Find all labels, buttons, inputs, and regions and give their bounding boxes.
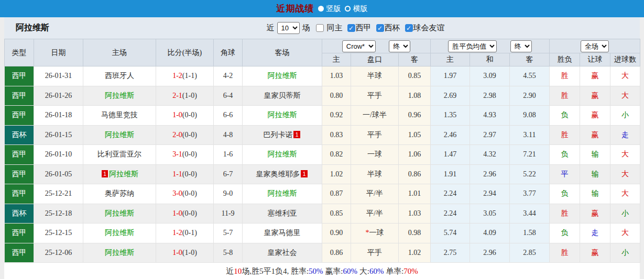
handicap-line: 平手 (351, 125, 399, 145)
away-team-cell: 阿拉维斯 (243, 106, 322, 126)
col-header-score: 比分(半场) (156, 39, 214, 66)
odds-time-select[interactable]: 终 (389, 40, 410, 52)
league-type-badge: 西甲 (5, 145, 34, 165)
result-goals: 大 (610, 145, 640, 165)
halftime-score: (0-1) (182, 229, 197, 237)
radio-unselected-icon[interactable] (345, 6, 351, 12)
result-outcome: 负 (550, 106, 580, 126)
home-team-name: 阿拉维斯 (105, 229, 134, 237)
checkbox-league[interactable]: ✓西甲 (347, 23, 372, 33)
avg-odds-draw: 2.96 (470, 243, 510, 263)
away-team-name: 阿拉维斯 (268, 111, 297, 119)
subcol-avg-away: 客 (510, 53, 550, 66)
result-handicap: 输 (580, 184, 610, 204)
avg-odds-away: 3.11 (510, 125, 550, 145)
league-type-badge: 西甲 (5, 106, 34, 126)
filter-controls: 近 10 场 同主✓西甲✓西杯✓球会友谊 (267, 22, 445, 34)
bookmaker-select[interactable]: Crow* (342, 40, 376, 52)
checkbox-checked-icon[interactable]: ✓ (405, 24, 413, 32)
handicap-line: 半球 (351, 164, 399, 184)
avg-odds-away: 9.08 (510, 106, 550, 126)
checkbox-same-home[interactable]: 同主 (316, 23, 343, 33)
handicap-odds-away: 1.05 (399, 125, 431, 145)
avg-odds-away: 5.22 (510, 164, 550, 184)
result-goals: 走 (610, 125, 640, 145)
result-handicap: 赢 (580, 243, 610, 263)
handicap-odds-home: 0.86 (322, 243, 351, 263)
summary-segment: 大: (357, 266, 369, 276)
home-team-cell: 奥萨苏纳 (83, 184, 156, 204)
avg-odds-draw: 2.98 (470, 86, 510, 106)
handicap-text: 平手 (367, 92, 382, 99)
match-date: 25-12-15 (34, 224, 83, 243)
corner-score: 11-9 (214, 204, 243, 224)
handicap-odds-home: 0.90 (322, 224, 351, 243)
away-team-name: 阿拉维斯 (268, 72, 297, 80)
handicap-odds-away: 0.85 (399, 66, 431, 86)
checkbox-checked-icon[interactable]: ✓ (347, 24, 355, 32)
corner-score: 9-0 (214, 184, 243, 204)
results-table: 类型 日期 主场 比分(半场) 角球 客场 Crow* 终 胜平负均值 终 全场 (4, 39, 640, 263)
handicap-line: 一/球半 (351, 106, 399, 126)
away-team-name: 塞维利亚 (268, 209, 297, 217)
handicap-odds-away: 1.01 (399, 184, 431, 204)
games-label: 场 (302, 23, 310, 33)
home-team-cell: 阿拉维斯 (83, 86, 156, 106)
result-goals: 大 (610, 66, 640, 86)
result-goals: 大 (610, 224, 640, 243)
away-team-cell: 巴列卡诺1 (243, 125, 322, 145)
checkbox-label: 同主 (327, 23, 343, 33)
checkbox-checked-icon[interactable]: ✓ (376, 24, 384, 32)
corner-score: 1-6 (214, 145, 243, 165)
radio-vertical-layout[interactable]: 竖版 (318, 4, 341, 14)
match-row: 西甲26-01-10比利亚雷亚尔3-1(0-0)1-6阿拉维斯0.82一球1.0… (5, 145, 640, 165)
home-team-cell: 阿拉维斯 (83, 125, 156, 145)
match-row: 西甲26-01-31西班牙人1-2(1-1)4-2阿拉维斯1.03半球0.851… (5, 66, 640, 86)
away-team-name: 皇家贝蒂斯 (264, 92, 301, 99)
col-header-date: 日期 (34, 39, 83, 66)
result-handicap: 输 (580, 145, 610, 165)
away-team-cell: 塞维利亚 (243, 204, 322, 224)
col-header-home: 主场 (83, 39, 156, 66)
halftime-score: (0-0) (182, 189, 197, 197)
match-row: 西杯25-12-18阿拉维斯1-0(0-0)11-9塞维利亚0.85平/半1.0… (5, 204, 640, 224)
home-team-name: 阿拉维斯 (105, 249, 134, 256)
handicap-text: 一球 (369, 229, 384, 237)
home-team-cell: 阿拉维斯 (83, 224, 156, 243)
result-outcome: 胜 (550, 243, 580, 263)
home-team-name: 马德里竞技 (101, 111, 138, 119)
radio-selected-icon[interactable] (318, 6, 324, 12)
subcol-avg-home: 主 (431, 53, 470, 66)
avg-odds-draw: 4.32 (470, 145, 510, 165)
corner-score: 5-8 (214, 243, 243, 263)
avg-odds-home: 2.24 (431, 184, 470, 204)
checkbox-friendly[interactable]: ✓球会友谊 (405, 23, 445, 33)
handicap-odds-home: 0.83 (322, 125, 351, 145)
away-team-name: 阿拉维斯 (268, 150, 297, 158)
checkbox-cup[interactable]: ✓西杯 (376, 23, 400, 33)
full-match-select[interactable]: 全场 (581, 40, 609, 52)
avg-odds-away: 4.55 (510, 66, 550, 86)
match-row: 西杯26-01-15阿拉维斯2-0(0-0)4-8巴列卡诺10.83平手1.05… (5, 125, 640, 145)
checkbox-unchecked-icon[interactable] (316, 24, 324, 32)
result-group-header: 全场 (550, 39, 640, 53)
avg-odds-draw: 3.09 (470, 66, 510, 86)
away-team-cell: 阿拉维斯 (243, 66, 322, 86)
fulltime-score: 2-1 (172, 92, 182, 99)
avg-time-select[interactable]: 终 (510, 40, 532, 52)
handicap-odds-away: 0.98 (399, 224, 431, 243)
avg-odds-select[interactable]: 胜平负均值 (448, 40, 497, 52)
home-team-cell: 比利亚雷亚尔 (83, 145, 156, 165)
col-header-type: 类型 (5, 39, 34, 66)
result-handicap: 赢 (580, 86, 610, 106)
radio-horizontal-layout[interactable]: 横版 (345, 4, 368, 14)
away-team-name: 阿拉维斯 (268, 189, 297, 197)
result-goals: 大 (610, 164, 640, 184)
handicap-line: 平手 (351, 243, 399, 263)
match-count-select[interactable]: 10 (277, 22, 300, 34)
result-handicap: 赢 (580, 204, 610, 224)
subcol-avg-draw: 和 (470, 53, 510, 66)
score-cell: 2-0(0-0) (156, 125, 214, 145)
result-handicap: 输 (580, 164, 610, 184)
avg-odds-away: 3.77 (510, 184, 550, 204)
